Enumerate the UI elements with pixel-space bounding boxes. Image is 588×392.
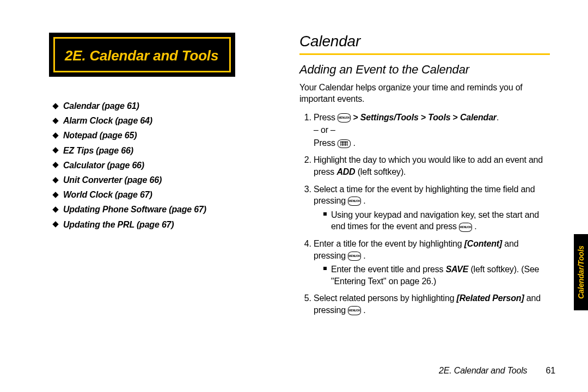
section-title-box: 2E. Calendar and Tools <box>49 33 235 77</box>
steps-list: Press MENUOK > Settings/Tools > Tools > … <box>299 112 550 316</box>
step-2: Highlight the day to which you would lik… <box>314 154 550 177</box>
toc-item: Updating Phone Software (page 67) <box>53 202 278 217</box>
chevron-icon: > <box>421 113 428 122</box>
text: Enter a title for the event by highlight… <box>314 239 464 248</box>
diamond-icon <box>52 118 58 124</box>
toc-item: Updating the PRL (page 67) <box>53 217 278 232</box>
menu-ok-key-icon: MENUOK <box>348 306 361 315</box>
menu-ok-key-icon: MENUOK <box>348 197 361 206</box>
step-text: Press MENUOK > Settings/Tools > Tools > … <box>314 113 499 122</box>
toc-text: Updating the PRL (page 67) <box>63 217 174 232</box>
toc-item: EZ Tips (page 66) <box>53 143 278 158</box>
text: Press <box>314 138 338 148</box>
diamond-icon <box>52 177 58 183</box>
menu-ok-key-icon: MENUOK <box>338 113 351 122</box>
toc-text: Notepad (page 65) <box>63 128 137 143</box>
sub-text: Enter the event title and press SAVE (le… <box>331 264 550 287</box>
left-column: 2E. Calendar and Tools Calendar (page 61… <box>49 33 278 232</box>
step-5: Select related persons by highlighting [… <box>314 292 550 316</box>
heading-calendar: Calendar <box>299 33 550 55</box>
page-number: 61 <box>546 366 555 375</box>
chevron-icon: > <box>453 113 460 122</box>
page-footer: 2E. Calendar and Tools 61 <box>439 366 555 376</box>
sub-text: Using your keypad and navigation key, se… <box>331 209 550 232</box>
toc-text: Alarm Clock (page 64) <box>63 113 152 128</box>
step-text-alt: Press . <box>314 137 550 149</box>
toc-item: Notepad (page 65) <box>53 128 278 143</box>
toc-text: World Clock (page 67) <box>63 187 152 202</box>
toc-item: Alarm Clock (page 64) <box>53 113 278 128</box>
toc-text: Calculator (page 66) <box>63 158 144 173</box>
right-column: Calendar Adding an Event to the Calendar… <box>299 33 550 322</box>
menu-ok-key-icon: MENUOK <box>459 223 472 232</box>
text: Select a time for the event by highlight… <box>314 185 535 206</box>
or-text: – or – <box>314 124 550 136</box>
calendar-key-icon <box>338 139 351 148</box>
side-tab-label: Calendar/Tools <box>577 246 585 299</box>
toc-text: Unit Converter (page 66) <box>63 173 162 187</box>
softkey-label: SAVE <box>446 265 469 274</box>
sub-step: Using your keypad and navigation key, se… <box>314 209 550 232</box>
diamond-icon <box>52 192 58 198</box>
square-bullet-icon <box>323 267 327 270</box>
footer-section-label: 2E. Calendar and Tools <box>439 366 527 375</box>
path-segment: Tools <box>428 113 450 122</box>
sub-step: Enter the event title and press SAVE (le… <box>314 264 550 287</box>
text: (left softkey). <box>358 167 406 176</box>
toc-text: Calendar (page 61) <box>63 99 139 113</box>
text: Press <box>314 113 338 122</box>
step-3: Select a time for the event by highlight… <box>314 183 550 232</box>
toc-item: World Clock (page 67) <box>53 187 278 202</box>
toc-text: Updating Phone Software (page 67) <box>63 202 206 217</box>
toc-text: EZ Tips (page 66) <box>63 143 133 158</box>
field-reference: [Related Person] <box>457 293 524 303</box>
diamond-icon <box>52 221 58 227</box>
softkey-label: ADD <box>336 167 355 176</box>
text: Select related persons by highlighting <box>314 293 457 303</box>
diamond-icon <box>52 162 58 168</box>
svg-rect-0 <box>340 142 348 146</box>
subheading-adding-event: Adding an Event to the Calendar <box>299 63 550 77</box>
diamond-icon <box>52 147 58 153</box>
text: Using your keypad and navigation key, se… <box>331 210 539 231</box>
square-bullet-icon <box>323 212 327 216</box>
field-reference: [Content] <box>464 239 502 248</box>
toc-item: Calendar (page 61) <box>53 99 278 113</box>
section-title: 2E. Calendar and Tools <box>65 47 218 64</box>
menu-ok-key-icon: MENUOK <box>348 252 361 261</box>
text: Enter the event title and press <box>331 265 446 274</box>
toc-item: Calculator (page 66) <box>53 158 278 173</box>
intro-text: Your Calendar helps organize your time a… <box>299 82 550 105</box>
step-1: Press MENUOK > Settings/Tools > Tools > … <box>314 112 550 149</box>
diamond-icon <box>52 103 58 109</box>
chevron-icon: > <box>353 113 360 122</box>
diamond-icon <box>52 132 58 138</box>
side-tab: Calendar/Tools <box>574 234 588 310</box>
path-segment: Calendar <box>460 113 497 122</box>
diamond-icon <box>52 206 58 212</box>
toc-item: Unit Converter (page 66) <box>53 173 278 187</box>
manual-page: 2E. Calendar and Tools Calendar (page 61… <box>0 0 588 392</box>
table-of-contents: Calendar (page 61) Alarm Clock (page 64)… <box>49 99 278 232</box>
path-segment: Settings/Tools <box>360 113 419 122</box>
step-4: Enter a title for the event by highlight… <box>314 238 550 287</box>
